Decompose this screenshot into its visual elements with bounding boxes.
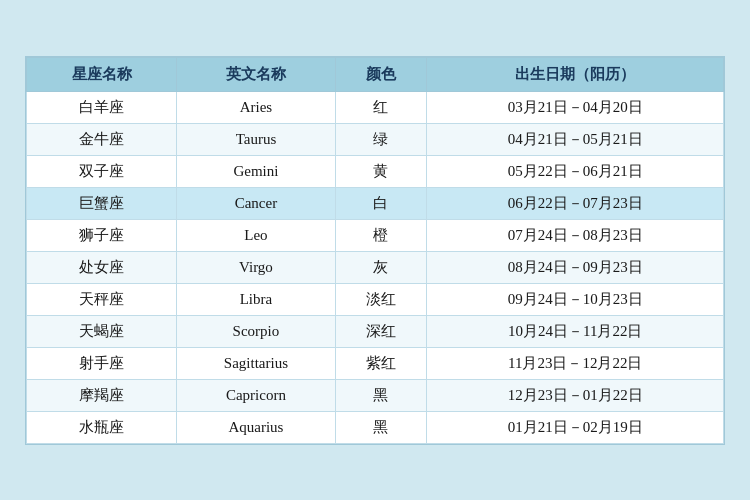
cell-dates: 06月22日－07月23日: [427, 187, 724, 219]
zodiac-table: 星座名称 英文名称 颜色 出生日期（阳历） 白羊座Aries红03月21日－04…: [26, 57, 724, 444]
table-row: 处女座Virgo灰08月24日－09月23日: [27, 251, 724, 283]
cell-color: 灰: [335, 251, 427, 283]
cell-dates: 12月23日－01月22日: [427, 379, 724, 411]
cell-dates: 10月24日－11月22日: [427, 315, 724, 347]
cell-color: 黄: [335, 155, 427, 187]
cell-color: 黑: [335, 379, 427, 411]
cell-dates: 01月21日－02月19日: [427, 411, 724, 443]
table-row: 射手座Sagittarius紫红11月23日－12月22日: [27, 347, 724, 379]
cell-english-name: Libra: [177, 283, 335, 315]
header-color: 颜色: [335, 57, 427, 91]
cell-chinese-name: 巨蟹座: [27, 187, 177, 219]
cell-english-name: Scorpio: [177, 315, 335, 347]
cell-color: 红: [335, 91, 427, 123]
cell-chinese-name: 白羊座: [27, 91, 177, 123]
cell-color: 黑: [335, 411, 427, 443]
header-chinese-name: 星座名称: [27, 57, 177, 91]
cell-english-name: Capricorn: [177, 379, 335, 411]
cell-chinese-name: 处女座: [27, 251, 177, 283]
table-row: 巨蟹座Cancer白06月22日－07月23日: [27, 187, 724, 219]
header-english-name: 英文名称: [177, 57, 335, 91]
table-row: 天蝎座Scorpio深红10月24日－11月22日: [27, 315, 724, 347]
cell-dates: 07月24日－08月23日: [427, 219, 724, 251]
header-dates: 出生日期（阳历）: [427, 57, 724, 91]
cell-chinese-name: 双子座: [27, 155, 177, 187]
cell-chinese-name: 狮子座: [27, 219, 177, 251]
cell-english-name: Aries: [177, 91, 335, 123]
table-row: 狮子座Leo橙07月24日－08月23日: [27, 219, 724, 251]
cell-color: 绿: [335, 123, 427, 155]
cell-english-name: Leo: [177, 219, 335, 251]
cell-color: 橙: [335, 219, 427, 251]
cell-english-name: Taurus: [177, 123, 335, 155]
cell-color: 深红: [335, 315, 427, 347]
cell-english-name: Virgo: [177, 251, 335, 283]
table-row: 金牛座Taurus绿04月21日－05月21日: [27, 123, 724, 155]
cell-english-name: Aquarius: [177, 411, 335, 443]
cell-chinese-name: 金牛座: [27, 123, 177, 155]
cell-color: 淡红: [335, 283, 427, 315]
cell-english-name: Sagittarius: [177, 347, 335, 379]
cell-chinese-name: 射手座: [27, 347, 177, 379]
cell-color: 紫红: [335, 347, 427, 379]
cell-english-name: Gemini: [177, 155, 335, 187]
table-row: 双子座Gemini黄05月22日－06月21日: [27, 155, 724, 187]
table-row: 白羊座Aries红03月21日－04月20日: [27, 91, 724, 123]
cell-dates: 08月24日－09月23日: [427, 251, 724, 283]
cell-dates: 11月23日－12月22日: [427, 347, 724, 379]
cell-chinese-name: 水瓶座: [27, 411, 177, 443]
cell-english-name: Cancer: [177, 187, 335, 219]
cell-dates: 05月22日－06月21日: [427, 155, 724, 187]
table-body: 白羊座Aries红03月21日－04月20日金牛座Taurus绿04月21日－0…: [27, 91, 724, 443]
cell-dates: 03月21日－04月20日: [427, 91, 724, 123]
zodiac-table-container: 星座名称 英文名称 颜色 出生日期（阳历） 白羊座Aries红03月21日－04…: [25, 56, 725, 445]
cell-chinese-name: 摩羯座: [27, 379, 177, 411]
cell-chinese-name: 天秤座: [27, 283, 177, 315]
table-row: 水瓶座Aquarius黑01月21日－02月19日: [27, 411, 724, 443]
cell-dates: 04月21日－05月21日: [427, 123, 724, 155]
table-header-row: 星座名称 英文名称 颜色 出生日期（阳历）: [27, 57, 724, 91]
table-row: 摩羯座Capricorn黑12月23日－01月22日: [27, 379, 724, 411]
table-row: 天秤座Libra淡红09月24日－10月23日: [27, 283, 724, 315]
cell-dates: 09月24日－10月23日: [427, 283, 724, 315]
cell-color: 白: [335, 187, 427, 219]
cell-chinese-name: 天蝎座: [27, 315, 177, 347]
